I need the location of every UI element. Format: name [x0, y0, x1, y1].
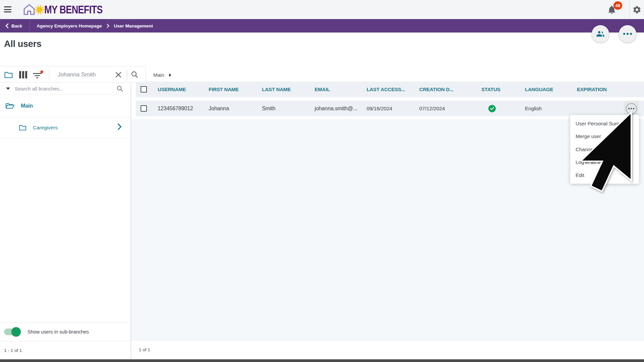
cell-last-access: 09/16/2024: [367, 101, 392, 116]
branch-search-row: Search all branches...: [0, 82, 130, 95]
table-pagination: 1 of 1: [131, 340, 644, 359]
column-header-status[interactable]: STATUS: [481, 81, 500, 97]
table-page-label: 1 of 1: [139, 347, 150, 352]
toolbar-divider: [49, 69, 49, 80]
tree-range-label: 1 - 1 of 1: [4, 348, 22, 353]
chevron-left-icon: [5, 23, 9, 28]
cell-first-name: Johanna: [209, 101, 229, 116]
app-logo[interactable]: MY BENEFITS: [22, 0, 117, 19]
filter-button[interactable]: [32, 66, 44, 83]
checkmark-icon: [490, 107, 494, 110]
gear-icon: [633, 5, 641, 14]
breadcrumb-divider: [30, 19, 30, 33]
branch-tree-panel: Search all branches... Main Caregivers S…: [0, 82, 131, 359]
row-menu-ellipsis-icon: [626, 103, 637, 114]
clear-x-icon: [115, 72, 121, 78]
user-search-input[interactable]: Johanna Smith: [58, 66, 96, 83]
notifications-button[interactable]: 48: [607, 5, 618, 16]
table-row[interactable]: 123456789012 Johanna Smith johanna.smith…: [136, 101, 644, 116]
menu-item-merge-user[interactable]: Merge user: [570, 130, 639, 143]
column-header-email[interactable]: EMAIL: [315, 81, 330, 97]
row-context-menu: User Personal Summary Merge user Channel…: [570, 115, 639, 184]
cell-username: 123456789012: [158, 101, 193, 116]
app-header: MY BENEFITS 48: [0, 0, 644, 19]
breadcrumb-bar: Back Agency Employers Homepage User Mana…: [0, 19, 644, 33]
caret-down-icon[interactable]: [6, 87, 10, 90]
ellipsis-icon: [623, 33, 632, 35]
cell-last-name: Smith: [262, 101, 275, 116]
table-background: [131, 119, 644, 340]
brand-name: MY BENEFITS: [44, 3, 103, 16]
folder-view-button[interactable]: [4, 66, 13, 83]
menu-item-channel[interactable]: Channel: [570, 143, 639, 156]
header-divider: [629, 0, 630, 19]
branch-item-caregivers[interactable]: Caregivers: [0, 117, 130, 138]
caret-right-icon: [169, 73, 171, 77]
cell-email: johanna.smith@...: [315, 101, 358, 116]
breadcrumb-item-homepage[interactable]: Agency Employers Homepage: [37, 23, 102, 28]
clear-search-button[interactable]: [115, 66, 121, 83]
menu-item-log-in-as-user[interactable]: Log in as this user: [570, 156, 639, 169]
tree-pagination: 1 - 1 of 1: [0, 341, 130, 359]
menu-item-edit[interactable]: Edit: [570, 169, 639, 182]
branch-label: Caregivers: [33, 125, 58, 131]
list-toolbar: Johanna Smith: [0, 66, 146, 82]
search-icon[interactable]: [117, 85, 123, 92]
column-header-last-access[interactable]: LAST ACCESS...: [367, 81, 405, 97]
table-breadcrumb-label: Main: [153, 72, 164, 78]
search-icon: [131, 71, 138, 78]
hamburger-menu-icon[interactable]: [4, 6, 11, 13]
folder-icon: [18, 124, 27, 131]
breadcrumb-separator-icon: [107, 24, 109, 28]
row-actions-button[interactable]: [624, 101, 639, 116]
select-all-checkbox[interactable]: [141, 86, 147, 93]
menu-item-user-personal-summary[interactable]: User Personal Summary: [570, 117, 639, 130]
column-header-expiration[interactable]: EXPIRATION: [577, 81, 607, 97]
table-header-row: USERNAME FIRST NAME LAST NAME EMAIL LAST…: [136, 81, 644, 97]
window-bottom-edge: [0, 359, 644, 362]
column-header-first-name[interactable]: FIRST NAME: [209, 81, 239, 97]
chevron-right-icon[interactable]: [117, 123, 122, 130]
column-header-creation-date[interactable]: CREATION D...: [419, 81, 453, 97]
open-folder-icon: [5, 102, 15, 110]
manage-users-button[interactable]: [592, 25, 609, 43]
column-header-username[interactable]: USERNAME: [158, 81, 186, 97]
filter-icon: [32, 70, 44, 79]
branch-search-input[interactable]: Search all branches...: [15, 86, 63, 92]
breadcrumb-item-user-management[interactable]: User Management: [114, 23, 153, 28]
group-users-icon: [596, 29, 605, 39]
starburst-icon: [34, 4, 46, 16]
run-search-button[interactable]: [131, 66, 138, 83]
branch-item-main[interactable]: Main: [0, 95, 130, 117]
more-actions-button[interactable]: [619, 25, 636, 43]
column-header-last-name[interactable]: LAST NAME: [262, 81, 291, 97]
table-branch-breadcrumb[interactable]: Main: [153, 72, 171, 78]
sub-branches-toggle-row: Show users in sub-branches: [0, 322, 130, 341]
row-checkbox[interactable]: [141, 105, 147, 112]
folder-icon: [4, 71, 13, 79]
breadcrumb: Agency Employers Homepage User Managemen…: [37, 23, 153, 28]
notification-count-badge: 48: [613, 1, 622, 10]
settings-button[interactable]: [633, 5, 641, 14]
columns-view-button[interactable]: [19, 66, 28, 83]
branch-label: Main: [21, 103, 33, 109]
back-label: Back: [11, 23, 22, 28]
toggle-label: Show users in sub-branches: [28, 329, 89, 335]
toolbar-divider: [127, 70, 127, 79]
cell-creation-date: 07/12/2024: [419, 101, 445, 116]
back-button[interactable]: Back: [0, 19, 30, 33]
cell-language: English: [525, 101, 542, 116]
page-title: All users: [4, 39, 41, 49]
show-sub-branches-toggle[interactable]: [4, 328, 20, 335]
columns-icon: [19, 71, 28, 79]
column-header-language[interactable]: LANGUAGE: [525, 81, 553, 97]
status-active-badge: [488, 105, 496, 112]
